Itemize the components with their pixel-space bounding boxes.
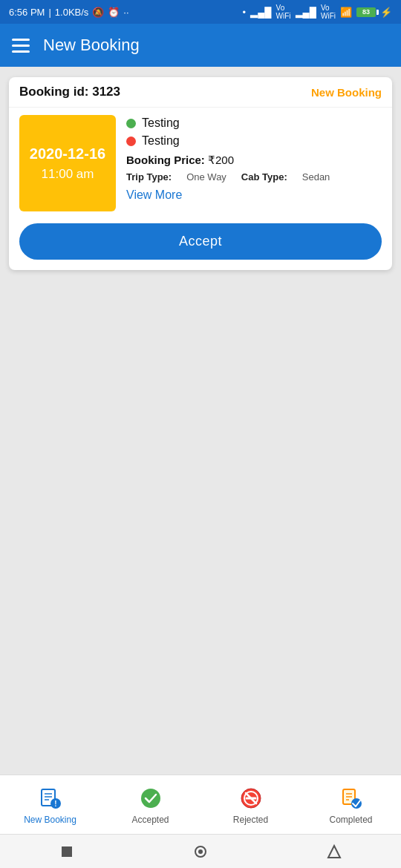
pickup-location: Testing [142,116,180,130]
tab-accepted-label: Accepted [131,815,169,825]
booking-info: Testing Testing Booking Price: ₹200 Trip… [126,115,382,211]
dots-icon: ·· [123,7,128,18]
booking-price-value: ₹200 [208,154,234,166]
svg-rect-16 [62,846,72,857]
svg-marker-19 [328,846,340,858]
alarm-icon: ⏰ [108,7,120,18]
status-time: 6:56 PM [9,7,45,18]
bottom-nav: ! New Booking Accepted Rejected [0,775,401,834]
back-button[interactable] [56,841,78,863]
svg-point-18 [198,849,203,854]
svg-text:!: ! [54,800,56,808]
booking-status-badge: New Booking [311,86,382,99]
home-bar [0,834,401,868]
pickup-dot [126,119,136,128]
booking-card: Booking id: 3123 New Booking 2020-12-16 … [9,77,392,270]
status-network-speed: 1.0KB/s [55,7,89,18]
tab-new-booking-label: New Booking [24,815,76,825]
cab-type-label: Cab Type: [241,171,287,183]
card-header: Booking id: 3123 New Booking [9,77,392,108]
booking-id: Booking id: 3123 [19,85,120,99]
charging-icon: ⚡ [380,7,392,18]
header-title: New Booking [43,36,140,55]
battery-icon: 83 [356,7,376,17]
trip-type-label: Trip Type: [126,171,172,183]
completed-icon [338,785,365,812]
tab-rejected[interactable]: Rejected [200,775,301,834]
booking-date: 2020-12-16 [30,145,105,162]
cab-type-value: Sedan [302,171,330,183]
price-row: Booking Price: ₹200 [126,154,382,167]
home-button[interactable] [189,841,212,863]
new-booking-icon: ! [37,785,64,812]
mute-icon: 🔕 [92,7,104,18]
tab-rejected-label: Rejected [233,815,268,825]
signal-icon-2: ▂▄█ [296,7,316,18]
rejected-icon [238,785,264,812]
drop-location: Testing [142,134,180,148]
bluetooth-icon: • [243,7,247,18]
svg-point-6 [141,789,160,808]
booking-price-label: Booking Price: [126,154,208,166]
booking-time: 11:00 am [42,167,94,182]
drop-row: Testing [126,134,382,148]
status-right: • ▂▄█ VoWiFi ▂▄█ VoWiFi 📶 83 ⚡ [243,4,392,20]
main-content: Booking id: 3123 New Booking 2020-12-16 … [0,67,401,775]
status-bar: 6:56 PM | 1.0KB/s 🔕 ⏰ ·· • ▂▄█ VoWiFi ▂▄… [0,0,401,24]
status-network: | [48,7,50,18]
wifi-vo-icon: VoWiFi [276,4,291,20]
accepted-icon [137,785,164,812]
status-left: 6:56 PM | 1.0KB/s 🔕 ⏰ ·· [9,7,129,18]
wifi-vo-icon-2: VoWiFi [321,4,336,20]
wifi-icon: 📶 [340,7,352,18]
trip-type-value: One Way [186,171,226,183]
menu-button[interactable] [12,39,30,53]
pickup-row: Testing [126,116,382,130]
recents-button[interactable] [323,841,345,863]
tab-completed-label: Completed [329,815,372,825]
view-more-link[interactable]: View More [126,188,382,202]
accept-button[interactable]: Accept [19,223,382,260]
card-body: 2020-12-16 11:00 am Testing Testing Book… [9,108,392,219]
accept-btn-wrapper: Accept [9,219,392,270]
tab-new-booking[interactable]: ! New Booking [0,775,100,834]
trip-info-row: Trip Type: One Way Cab Type: Sedan [126,171,382,183]
tab-accepted[interactable]: Accepted [100,775,200,834]
signal-icon: ▂▄█ [250,7,271,18]
header: New Booking [0,24,401,67]
drop-dot [126,137,136,146]
tab-completed[interactable]: Completed [301,775,401,834]
date-box: 2020-12-16 11:00 am [19,115,116,211]
